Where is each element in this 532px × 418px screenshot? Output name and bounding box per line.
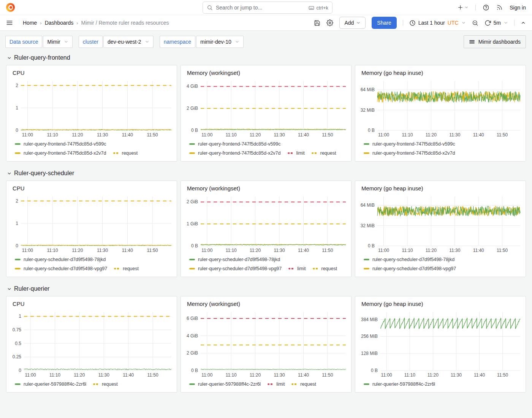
legend-item[interactable]: ruler-querier-597988ff4c-2zr6l [364,382,435,387]
legend-item[interactable]: ruler-query-scheduler-d7d9f5498-vpg97 [189,266,282,271]
legend-item[interactable]: limit [288,150,305,156]
time-range-picker[interactable]: Last 1 hour UTC [409,20,466,26]
legend-item[interactable]: ruler-query-scheduler-d7d9f5498-vpg97 [15,266,107,271]
svg-text:11:20: 11:20 [426,248,437,253]
breadcrumb-home[interactable]: Home [23,20,37,26]
legend-row: ruler-query-scheduler-d7d9f5498-78jkd [15,255,171,264]
legend-item[interactable]: limit [268,382,285,387]
svg-text:32 MiB: 32 MiB [361,223,375,228]
legend-item[interactable]: ruler-query-scheduler-d7d9f5498-78jkd [189,257,280,262]
time-series-plot[interactable]: 11:0011:1011:2011:3011:4011:504 GiB2 GiB… [184,78,348,138]
time-series-plot[interactable]: 11:0011:1011:2011:3011:4011:5064 MiB32 M… [358,194,522,254]
legend-row: ruler-query-scheduler-d7d9f5498-vpg97req… [15,264,171,273]
row-header-ruler-query-scheduler[interactable]: Ruler-query-scheduler [6,167,526,180]
legend-item[interactable]: request [313,266,337,271]
refresh-picker[interactable]: 5m [484,20,508,26]
rss-icon [496,4,503,11]
legend-item[interactable]: ruler-query-frontend-747f5dc85d-v599c [364,141,455,147]
svg-text:6 GiB: 6 GiB [187,316,198,321]
legend-item[interactable]: limit [288,266,306,271]
chevron-down-icon [64,40,68,44]
dashboard-toolbar: Home › Dashboards › Mimir / Remote ruler… [0,15,532,31]
legend-label: ruler-query-scheduler-d7d9f5498-vpg97 [24,266,107,271]
series-marker-icon [189,268,195,269]
legend-item[interactable]: ruler-querier-597988ff4c-2zr6l [15,382,86,387]
search-icon [207,5,213,11]
share-button[interactable]: Share [372,17,396,29]
legend-item[interactable]: ruler-query-scheduler-d7d9f5498-78jkd [15,257,106,262]
legend-item[interactable]: request [291,382,316,387]
legend-item[interactable]: ruler-query-scheduler-d7d9f5498-78jkd [364,257,454,262]
legend: ruler-query-frontend-747f5dc85d-v599crul… [6,138,177,160]
time-series-plot[interactable]: 11:0011:1011:2011:3011:4011:506 GiB4 GiB… [184,309,348,378]
save-dashboard-button[interactable] [314,20,320,26]
legend-item[interactable]: request [93,382,118,387]
panel-title[interactable]: CPU [6,65,177,77]
legend-item[interactable]: ruler-query-scheduler-d7d9f5498-vpg97 [364,266,456,271]
panel-title[interactable]: Memory (go heap inuse) [355,181,526,192]
series-marker-icon [93,383,99,385]
svg-text:2 GiB: 2 GiB [187,350,198,356]
panel-title[interactable]: Memory (workingset) [181,65,351,77]
svg-text:11:40: 11:40 [298,248,309,253]
cluster-select[interactable]: dev-eu-west-2 [103,36,154,48]
panel-title[interactable]: Memory (go heap inuse) [355,296,526,308]
divider [403,20,403,26]
panel-title[interactable]: Memory (workingset) [181,181,351,192]
panel-title[interactable]: CPU [6,181,177,192]
collapse-toolbar-button[interactable] [521,20,526,25]
grafana-logo-icon[interactable] [6,3,15,12]
legend-item[interactable]: ruler-query-frontend-747f5dc85d-v599c [189,141,281,147]
add-new-button[interactable] [457,4,469,11]
plus-icon [457,4,464,11]
svg-text:11:30: 11:30 [274,372,285,378]
legend-label: request [321,266,337,271]
zoom-out-time-button[interactable] [472,20,478,26]
legend-row: ruler-query-scheduler-d7d9f5498-vpg97 [364,264,520,273]
sign-in-link[interactable]: Sign in [510,5,526,11]
legend-item[interactable]: ruler-query-frontend-747f5dc85d-x2v7d [364,150,455,156]
legend-item[interactable]: request [113,150,138,156]
legend-item[interactable]: request [114,266,139,271]
legend-item[interactable]: request [312,150,336,156]
legend-item[interactable]: ruler-querier-597988ff4c-2zr6l [189,382,261,387]
dashboard-settings-button[interactable] [326,19,333,26]
datasource-select[interactable]: Mimir [43,36,72,48]
time-series-plot[interactable]: 11:0011:1011:2011:3011:4011:502 GiB1 GiB… [184,194,348,254]
time-series-plot[interactable]: 11:0011:1011:2011:3011:4011:50210 [10,194,174,254]
search-bar[interactable]: ctrl+k [203,2,332,14]
row-header-ruler-querier[interactable]: Ruler-querier [6,282,526,296]
legend-label: request [300,382,316,387]
panel-title[interactable]: Memory (go heap inuse) [355,65,526,77]
time-series-plot[interactable]: 11:0011:1011:2011:3011:4011:5064 MiB32 M… [358,78,522,138]
legend-item[interactable]: ruler-query-frontend-747f5dc85d-v599c [15,141,106,147]
panel-title[interactable]: CPU [6,296,177,308]
namespace-select[interactable]: mimir-dev-10 [196,36,244,48]
refresh-icon [484,20,491,26]
mimir-dashboards-button[interactable]: Mimir dashboards [464,35,526,48]
series-marker-icon [288,268,294,269]
svg-text:11:30: 11:30 [449,132,460,138]
row-header-ruler-query-frontend[interactable]: Ruler-query-frontend [6,51,526,65]
legend: ruler-query-scheduler-d7d9f5498-78jkdrul… [355,254,526,276]
legend-item[interactable]: ruler-query-frontend-747f5dc85d-x2v7d [15,150,106,156]
panel-title[interactable]: Memory (workingset) [181,296,351,308]
svg-text:2 GiB: 2 GiB [187,106,198,111]
time-series-plot[interactable]: 11:0011:1011:2011:3011:4011:5010.750.50.… [10,309,174,378]
legend-row: ruler-query-frontend-747f5dc85d-v599c [15,139,171,148]
search-input[interactable] [216,5,305,11]
add-button[interactable]: Add [339,17,366,29]
panel-ruler-query-frontend-memory-workingset-: Memory (workingset) 11:0011:1011:2011:30… [180,65,352,162]
time-series-plot[interactable]: 11:0011:1011:2011:3011:4011:50210 [10,78,174,138]
variables-bar: Data source Mimir cluster dev-eu-west-2 … [0,31,532,51]
svg-text:11:10: 11:10 [226,132,237,138]
svg-text:11:20: 11:20 [250,372,261,378]
help-button[interactable] [483,4,489,11]
news-button[interactable] [496,4,503,11]
time-series-plot[interactable]: 11:0011:1011:2011:3011:4011:50384 MiB256… [358,309,522,378]
breadcrumb-dashboards[interactable]: Dashboards [45,20,74,26]
legend-label: request [122,150,138,156]
legend-item[interactable]: ruler-query-frontend-747f5dc85d-x2v7d [189,150,281,156]
menu-toggle-button[interactable] [6,19,13,26]
series-marker-icon [364,143,369,145]
